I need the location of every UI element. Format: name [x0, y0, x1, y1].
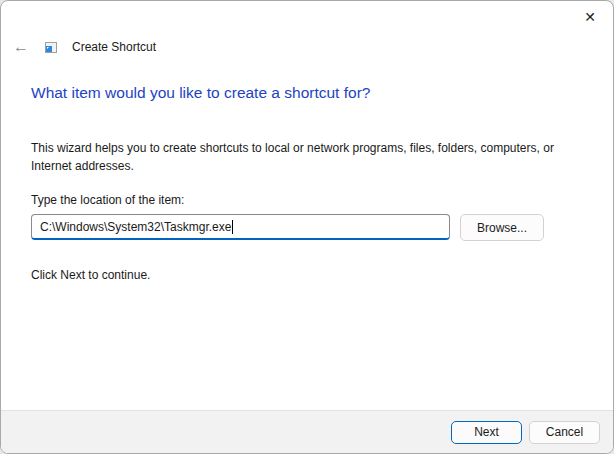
footer-bar: Next Cancel — [1, 410, 613, 453]
location-label: Type the location of the item: — [31, 193, 583, 207]
text-caret — [232, 220, 233, 234]
location-input-row: C:\Windows\System32\Taskmgr.exe Browse..… — [31, 214, 583, 241]
close-button[interactable]: ✕ — [567, 1, 613, 33]
next-hint-text: Click Next to continue. — [31, 268, 583, 282]
location-input-value: C:\Windows\System32\Taskmgr.exe — [40, 220, 231, 234]
wizard-title: Create Shortcut — [72, 40, 156, 54]
shortcut-icon — [45, 42, 57, 53]
back-arrow-icon[interactable]: ← — [10, 39, 32, 55]
cancel-button[interactable]: Cancel — [529, 421, 600, 444]
wizard-description: This wizard helps you to create shortcut… — [31, 139, 583, 175]
create-shortcut-wizard-window: ✕ ← Create Shortcut What item would you … — [0, 0, 614, 454]
close-icon: ✕ — [584, 9, 596, 25]
shortcut-arrow-overlay — [46, 46, 52, 52]
wizard-header: ← Create Shortcut — [1, 33, 613, 61]
page-title: What item would you like to create a sho… — [31, 84, 583, 102]
browse-button[interactable]: Browse... — [460, 214, 544, 241]
wizard-body: What item would you like to create a sho… — [1, 84, 613, 282]
location-input[interactable]: C:\Windows\System32\Taskmgr.exe — [31, 214, 450, 240]
next-button[interactable]: Next — [451, 421, 522, 444]
title-bar: ✕ — [1, 1, 613, 33]
